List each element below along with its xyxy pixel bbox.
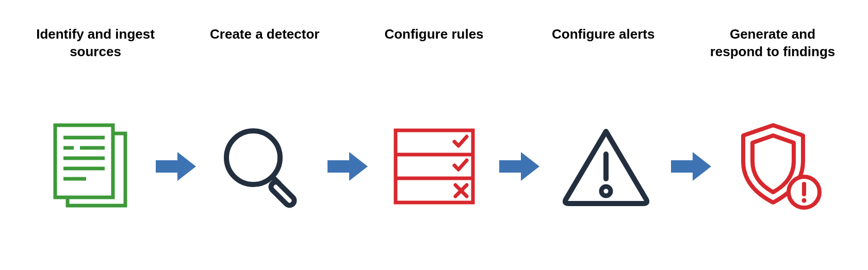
arrow-icon xyxy=(156,151,197,182)
svg-rect-11 xyxy=(269,180,296,207)
magnifier-icon xyxy=(216,120,308,213)
svg-marker-18 xyxy=(499,152,539,181)
documents-icon xyxy=(44,120,137,213)
svg-marker-12 xyxy=(327,152,368,181)
icons-row xyxy=(0,120,868,213)
arrow-icon xyxy=(327,151,369,182)
svg-marker-21 xyxy=(671,152,711,181)
step-label-5: Generate and respond to findings xyxy=(708,26,837,61)
step-label-3: Configure rules xyxy=(370,26,499,61)
shield-alert-icon xyxy=(731,120,824,213)
arrow-icon xyxy=(671,151,712,182)
labels-row: Identify and ingest sources Create a det… xyxy=(0,0,868,61)
svg-point-24 xyxy=(801,198,806,203)
rules-checklist-icon xyxy=(388,120,481,213)
step-label-4: Configure alerts xyxy=(539,26,668,61)
svg-marker-8 xyxy=(156,152,196,181)
svg-point-20 xyxy=(601,187,611,196)
step-label-2: Create a detector xyxy=(200,26,329,61)
warning-triangle-icon xyxy=(560,120,652,213)
arrow-icon xyxy=(499,151,541,182)
step-label-1: Identify and ingest sources xyxy=(31,26,160,61)
